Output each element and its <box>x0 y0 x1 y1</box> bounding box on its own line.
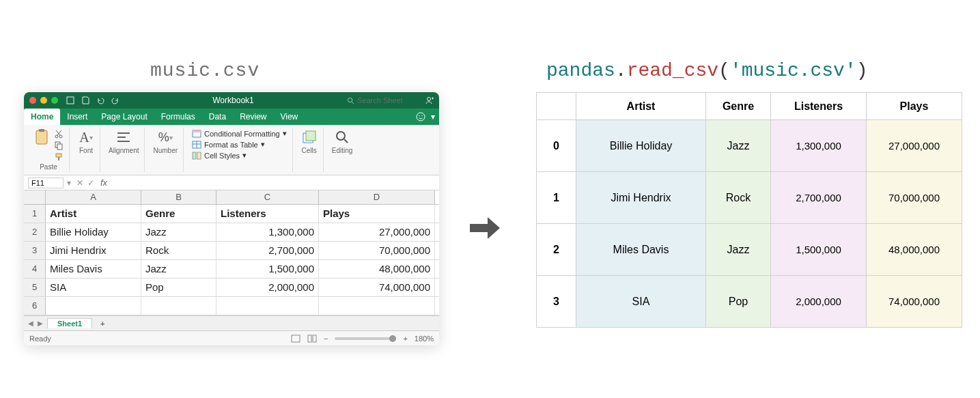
editing-icon[interactable] <box>334 129 350 145</box>
cell[interactable]: Rock <box>141 242 216 259</box>
number-icon[interactable]: %▾ <box>157 129 173 145</box>
row-header[interactable]: 5 <box>24 279 46 296</box>
cell[interactable]: Jimi Hendrix <box>46 242 141 259</box>
titlebar-search[interactable] <box>347 96 419 104</box>
cell[interactable]: Genre <box>141 205 216 223</box>
row-header[interactable]: 2 <box>24 223 46 241</box>
row-header[interactable]: 4 <box>24 260 46 278</box>
close-icon[interactable] <box>29 97 36 104</box>
df-cell: Pop <box>706 276 771 328</box>
tab-home[interactable]: Home <box>24 109 60 125</box>
tab-data[interactable]: Data <box>202 109 233 125</box>
ribbon-label-alignment: Alignment <box>109 147 139 154</box>
font-icon[interactable]: A▾ <box>78 129 94 145</box>
df-row: 0 Billie Holiday Jazz 1,300,000 27,000,0… <box>537 120 962 172</box>
cell[interactable]: 27,000,000 <box>319 223 435 241</box>
copy-icon[interactable] <box>54 141 64 150</box>
zoom-in-icon[interactable]: + <box>403 335 407 343</box>
search-input[interactable] <box>357 96 419 104</box>
cell[interactable]: 2,700,000 <box>216 242 319 259</box>
cell[interactable]: 74,000,000 <box>319 279 435 296</box>
cells-icon[interactable] <box>301 129 318 145</box>
row-header[interactable]: 6 <box>24 297 46 315</box>
cell[interactable]: Plays <box>319 205 435 223</box>
cell[interactable]: Artist <box>46 205 141 223</box>
ribbon-group-clipboard: Paste <box>28 128 70 172</box>
tab-view[interactable]: View <box>273 109 305 125</box>
cell[interactable]: 48,000,000 <box>319 260 435 278</box>
cell[interactable]: Pop <box>141 279 216 296</box>
fx-icon[interactable]: fx <box>100 177 107 188</box>
col-header-c[interactable]: C <box>216 190 319 204</box>
col-header-b[interactable]: B <box>141 190 216 204</box>
df-row: 2 Miles Davis Jazz 1,500,000 48,000,000 <box>537 224 962 276</box>
format-painter-icon[interactable] <box>54 152 64 162</box>
fullscreen-icon[interactable] <box>51 97 58 104</box>
format-as-table-button[interactable]: Format as Table ▾ <box>192 140 265 149</box>
file-icon[interactable] <box>66 96 74 104</box>
df-cell: Jazz <box>706 224 771 276</box>
cell[interactable]: 1,500,000 <box>216 260 319 278</box>
zoom-slider[interactable] <box>335 337 396 340</box>
cancel-icon[interactable]: ✕ <box>74 178 85 188</box>
chevron-down-icon[interactable]: ▾ <box>431 112 435 122</box>
df-cell: 2,000,000 <box>771 276 867 328</box>
zoom-out-icon[interactable]: − <box>324 335 328 343</box>
tab-formulas[interactable]: Formulas <box>154 109 202 125</box>
svg-rect-18 <box>58 157 59 160</box>
zoom-level[interactable]: 180% <box>415 335 434 343</box>
undo-icon[interactable] <box>96 96 104 104</box>
cell[interactable]: SIA <box>46 279 141 296</box>
cell[interactable]: Jazz <box>141 260 216 278</box>
df-index: 1 <box>537 172 576 224</box>
redo-icon[interactable] <box>111 96 120 104</box>
df-cell: Jazz <box>706 120 771 172</box>
cell-styles-button[interactable]: Cell Styles ▾ <box>192 151 247 160</box>
cell[interactable]: Listeners <box>216 205 319 223</box>
cell[interactable]: Billie Holiday <box>46 223 141 241</box>
spreadsheet-grid: A B C D 1 Artist Genre Listeners Plays 2… <box>24 190 439 315</box>
sheet-next-icon[interactable]: ▶ <box>38 319 43 327</box>
df-index: 3 <box>537 276 576 328</box>
sheet-tab[interactable]: Sheet1 <box>47 318 92 328</box>
row-header[interactable]: 1 <box>24 205 46 223</box>
formula-bar: ▾ ✕ ✓ fx <box>24 175 439 190</box>
view-normal-icon[interactable] <box>291 335 300 343</box>
sheet-prev-icon[interactable]: ◀ <box>28 319 33 327</box>
cell[interactable] <box>319 297 435 315</box>
save-icon[interactable] <box>81 96 89 104</box>
df-row: 3 SIA Pop 2,000,000 74,000,000 <box>537 276 962 328</box>
cut-icon[interactable] <box>54 129 64 139</box>
conditional-formatting-button[interactable]: Conditional Formatting ▾ <box>192 129 287 138</box>
cell[interactable]: Miles Davis <box>46 260 141 278</box>
tab-review[interactable]: Review <box>233 109 273 125</box>
cell[interactable]: 2,000,000 <box>216 279 319 296</box>
select-all-corner[interactable] <box>24 190 46 204</box>
status-text: Ready <box>29 335 51 343</box>
enter-icon[interactable]: ✓ <box>85 178 96 188</box>
cell[interactable]: 70,000,000 <box>319 242 435 259</box>
cell[interactable]: Jazz <box>141 223 216 241</box>
view-pagelayout-icon[interactable] <box>307 335 317 343</box>
cell[interactable] <box>141 297 216 315</box>
tab-page-layout[interactable]: Page Layout <box>94 109 154 125</box>
paste-icon[interactable] <box>33 129 50 145</box>
namebox-dropdown-icon[interactable]: ▾ <box>64 178 74 188</box>
minimize-icon[interactable] <box>40 97 47 104</box>
cell[interactable]: 1,300,000 <box>216 223 319 241</box>
name-box[interactable] <box>28 177 64 188</box>
share-icon[interactable] <box>424 96 434 105</box>
arrow-right-icon <box>468 214 501 242</box>
col-header-d[interactable]: D <box>319 190 435 204</box>
cell[interactable] <box>46 297 141 315</box>
col-header-a[interactable]: A <box>46 190 141 204</box>
code-paren-open: ( <box>718 60 730 81</box>
tab-insert[interactable]: Insert <box>60 109 94 125</box>
alignment-icon[interactable] <box>115 129 132 145</box>
row-header[interactable]: 3 <box>24 242 46 259</box>
feedback-icon[interactable] <box>416 112 425 122</box>
add-sheet-icon[interactable]: + <box>96 319 109 328</box>
cell[interactable] <box>216 297 319 315</box>
df-cell: 2,700,000 <box>771 172 867 224</box>
ribbon-group-cells: Cells <box>296 128 324 172</box>
